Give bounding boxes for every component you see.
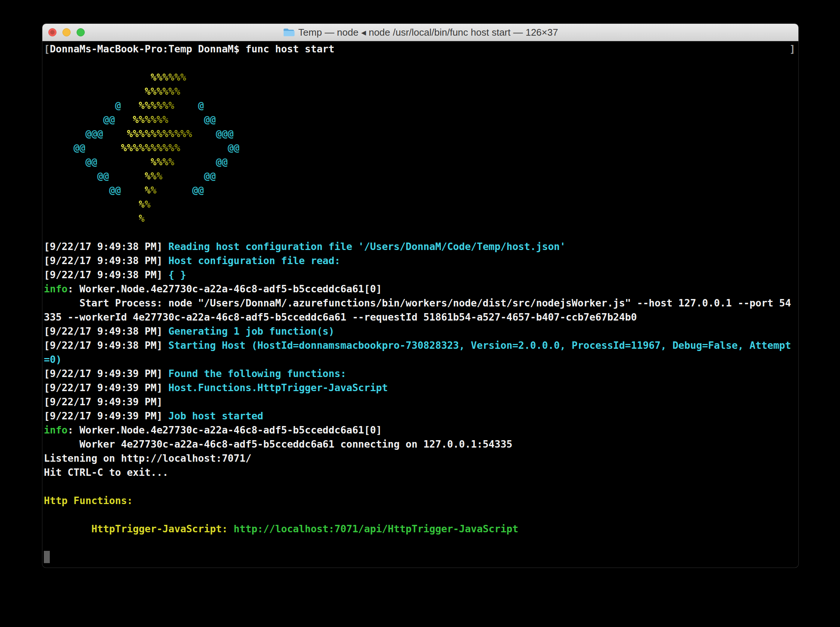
window-title-group: Temp — node ◂ node /usr/local/bin/func h… <box>283 27 558 38</box>
terminal-log-line: Worker 4e27730c-a22a-46c8-adf5-b5cceddc6… <box>44 437 798 451</box>
terminal-log-line: [9/22/17 9:49:38 PM] Host configuration … <box>44 254 798 268</box>
zoom-button[interactable] <box>77 28 85 36</box>
prompt-line: [DonnaMs-MacBook-Pro:Temp DonnaM$ func h… <box>44 42 798 56</box>
logo-art-line: @ %%%%%% @ <box>44 98 798 113</box>
logo-art-line: @@ %%%% @@ <box>44 155 798 169</box>
terminal-log-line: [9/22/17 9:49:39 PM] Job host started <box>44 409 798 423</box>
terminal-log-line: [9/22/17 9:49:39 PM] Host.Functions.Http… <box>44 381 798 395</box>
window-titlebar[interactable]: Temp — node ◂ node /usr/local/bin/func h… <box>43 24 798 41</box>
terminal-log-line <box>44 479 798 494</box>
terminal-log-line: [9/22/17 9:49:38 PM] Generating 1 job fu… <box>44 324 798 339</box>
terminal-log-line: [9/22/17 9:49:39 PM] <box>44 395 798 409</box>
close-button[interactable] <box>48 28 57 36</box>
logo-art-line: %% <box>44 197 798 211</box>
logo-art-line: @@ %%%%%% @@ <box>44 113 798 127</box>
blank-line <box>44 225 798 239</box>
terminal-log-line: [9/22/17 9:49:38 PM] { } <box>44 268 798 282</box>
terminal-log-line: [9/22/17 9:49:38 PM] Starting Host (Host… <box>44 339 798 353</box>
terminal-cursor <box>44 551 50 563</box>
logo-art-line: @@ %% @@ <box>44 183 798 197</box>
terminal-log-line: 335 --workerId 4e27730c-a22a-46c8-adf5-b… <box>44 310 798 324</box>
terminal-log-line: Http Functions: <box>44 494 798 508</box>
folder-icon <box>283 27 295 37</box>
cursor-line <box>44 550 798 564</box>
terminal-log-line: [9/22/17 9:49:39 PM] Found the following… <box>44 367 798 381</box>
terminal-log-line: HttpTrigger-JavaScript: http://localhost… <box>44 522 798 536</box>
terminal-content[interactable]: [DonnaMs-MacBook-Pro:Temp DonnaM$ func h… <box>43 41 798 564</box>
terminal-log-line: Listening on http://localhost:7071/ <box>44 451 798 465</box>
terminal-log-line: =0) <box>44 353 798 367</box>
logo-art-line: @@@ %%%%%%%%%%% @@@ <box>44 127 798 141</box>
logo-art-line: @@ %%%%%%%%%% @@ <box>44 141 798 155</box>
blank-line <box>44 56 798 70</box>
logo-art-line: % <box>44 211 798 225</box>
terminal-window: Temp — node ◂ node /usr/local/bin/func h… <box>43 24 798 567</box>
prompt-open-bracket: [ <box>44 43 50 55</box>
terminal-log-line: info: Worker.Node.4e27730c-a22a-46c8-adf… <box>44 423 798 437</box>
terminal-log-line <box>44 508 798 522</box>
prompt-command-text: DonnaMs-MacBook-Pro:Temp DonnaM$ func ho… <box>50 43 335 55</box>
terminal-log-line: [9/22/17 9:49:38 PM] Reading host config… <box>44 239 798 254</box>
logo-art-line: %%%%%% <box>44 70 798 84</box>
azure-functions-logo: %%%%%% %%%%%% @ %%%%%% @ @@ %%%%%% @@ @@… <box>44 70 798 225</box>
traffic-lights <box>48 24 85 41</box>
log-output: [9/22/17 9:49:38 PM] Reading host config… <box>44 239 798 550</box>
prompt-close-bracket: ] <box>789 42 796 56</box>
logo-art-line: @@ %%% @@ <box>44 169 798 183</box>
terminal-log-line: Hit CTRL-C to exit... <box>44 465 798 479</box>
terminal-log-line: info: Worker.Node.4e27730c-a22a-46c8-adf… <box>44 282 798 296</box>
logo-art-line: %%%%%% <box>44 84 798 98</box>
minimize-button[interactable] <box>62 28 71 36</box>
window-title: Temp — node ◂ node /usr/local/bin/func h… <box>298 27 558 38</box>
terminal-log-line <box>44 536 798 550</box>
terminal-log-line: Start Process: node "/Users/DonnaM/.azur… <box>44 296 798 310</box>
